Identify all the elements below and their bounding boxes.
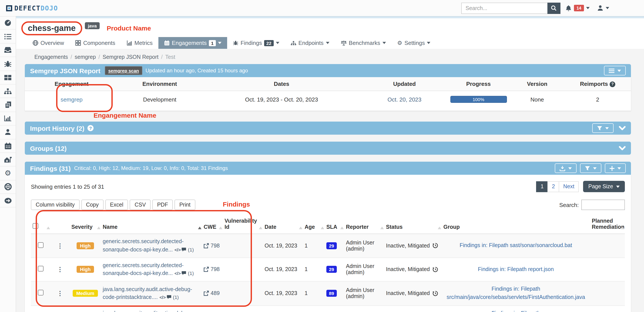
group-link[interactable]: Findings in: Filepath report.json: [478, 266, 554, 272]
sidebar-item-metrics[interactable]: [0, 112, 16, 125]
tab-label: Metrics: [134, 40, 153, 46]
notification-count-badge: 14: [574, 5, 584, 11]
notifications-menu[interactable]: 14: [565, 5, 590, 12]
cwe-link[interactable]: 798: [204, 243, 221, 249]
sidebar-item-users[interactable]: [0, 125, 16, 139]
sidebar-item-support[interactable]: [0, 180, 16, 194]
findings-summary: Critical: 0, High: 12, Medium: 19, Low: …: [74, 165, 228, 171]
row-menu-icon[interactable]: ⋮: [57, 266, 63, 273]
sidebar-item-inbox[interactable]: [0, 44, 16, 57]
findings-filter-button[interactable]: [580, 164, 601, 173]
finding-name-link[interactable]: java.lang.security.audit.active-debug-co…: [103, 310, 192, 312]
tab-overview[interactable]: Overview: [27, 37, 70, 49]
sidebar-item-reports[interactable]: [0, 98, 16, 112]
add-findings-button[interactable]: [605, 164, 626, 173]
sidebar-item-questionnaires[interactable]: [0, 153, 16, 167]
chevron-down-icon: [382, 42, 386, 44]
sidebar-item-dashboard[interactable]: [0, 16, 16, 30]
import-history-filter-button[interactable]: [592, 123, 614, 133]
date-cell: Oct. 19, 2023: [263, 257, 303, 281]
breadcrumb-engagements[interactable]: Engagements: [34, 54, 68, 60]
tab-metrics[interactable]: Metrics: [121, 37, 158, 49]
groups-section[interactable]: Groups (12): [25, 142, 631, 155]
user-menu[interactable]: [597, 5, 609, 11]
sort-icon[interactable]: [380, 227, 384, 229]
copy-button[interactable]: Copy: [81, 200, 103, 210]
global-search-input[interactable]: [461, 3, 548, 14]
sidebar-item-calendar[interactable]: [0, 139, 16, 153]
sidebar-item-configuration[interactable]: ⚙: [0, 167, 16, 180]
row-checkbox[interactable]: [38, 266, 44, 272]
row-menu-icon[interactable]: ⋮: [57, 290, 63, 297]
row-checkbox[interactable]: [38, 242, 44, 248]
history-icon[interactable]: [432, 291, 438, 296]
sidebar-item-endpoints[interactable]: [0, 85, 16, 98]
finding-name-link[interactable]: generic.secrets.security.detected-sonarq…: [103, 238, 184, 253]
updated-value[interactable]: Oct. 20, 2023: [388, 96, 422, 103]
help-icon[interactable]: ?: [88, 125, 94, 131]
collapse-chevron-icon[interactable]: [619, 146, 626, 150]
chevron-down-icon: [326, 42, 329, 44]
user-icon: [4, 129, 11, 136]
select-all-checkbox[interactable]: [33, 223, 38, 229]
finding-name-link[interactable]: generic.secrets.security.detected-sonarq…: [103, 262, 184, 276]
search-button[interactable]: [548, 3, 560, 14]
copy-icon: [4, 101, 12, 108]
tab-settings[interactable]: ⚙ Settings: [392, 37, 436, 49]
tab-components[interactable]: Components: [70, 37, 121, 49]
pdf-button[interactable]: PDF: [152, 200, 173, 210]
scan-type-badge[interactable]: semgrep scan: [105, 66, 142, 75]
download-button[interactable]: [555, 164, 576, 173]
engagement-link[interactable]: semgrep: [60, 96, 82, 103]
collapse-chevron-icon[interactable]: [619, 126, 626, 130]
help-icon[interactable]: ?: [610, 81, 615, 87]
column-visibility-button[interactable]: Column visibility: [31, 200, 80, 210]
sort-icon[interactable]: [438, 227, 441, 229]
import-history-section[interactable]: Import History (2) ?: [25, 122, 631, 135]
chevron-down-icon: [606, 7, 609, 9]
history-icon[interactable]: [432, 267, 438, 272]
group-link[interactable]: Findings in: Filepath src/main/java/core…: [447, 286, 585, 300]
sort-icon[interactable]: [621, 227, 624, 229]
sort-icon[interactable]: [259, 227, 262, 229]
breadcrumb-report[interactable]: Semgrep JSON Report: [98, 54, 158, 60]
tab-engagements[interactable]: Engagements 1: [158, 37, 227, 49]
defectdojo-logo[interactable]: DEFECTDOJO: [6, 4, 58, 12]
group-link[interactable]: Findings in: Filepath src/main/java/core…: [452, 310, 580, 312]
page-size-button[interactable]: Page Size: [583, 181, 625, 192]
sort-asc-icon[interactable]: [198, 227, 202, 229]
sidebar-item-components[interactable]: [0, 71, 16, 85]
group-link[interactable]: Findings in: Filepath sast/sonar/sonarcl…: [460, 242, 572, 248]
sidebar-item-findings[interactable]: [0, 57, 16, 71]
tab-endpoints[interactable]: Endpoints: [285, 37, 335, 49]
sort-icon[interactable]: [46, 227, 50, 229]
csv-button[interactable]: CSV: [130, 200, 150, 210]
sort-icon[interactable]: [321, 227, 324, 229]
sidebar-item-list[interactable]: [0, 30, 16, 44]
excel-button[interactable]: Excel: [105, 200, 128, 210]
next-page-button[interactable]: Next: [559, 181, 579, 192]
tab-count-badge: 22: [264, 40, 274, 46]
tab-findings[interactable]: Findings 22: [227, 37, 285, 49]
col-date: Date: [263, 215, 303, 234]
page-1-button[interactable]: 1: [536, 181, 548, 192]
breadcrumb-semgrep[interactable]: semgrep: [70, 54, 96, 60]
sort-icon[interactable]: [219, 227, 222, 229]
row-checkbox[interactable]: [38, 290, 44, 296]
print-button[interactable]: Print: [174, 200, 195, 210]
tab-benchmarks[interactable]: Benchmarks: [335, 37, 392, 49]
report-actions-button[interactable]: [604, 66, 626, 75]
findings-panel-header: Findings (31) Critical: 0, High: 12, Med…: [25, 162, 631, 175]
sidebar-item-logout[interactable]: [0, 194, 16, 208]
page-2-button[interactable]: 2: [548, 181, 559, 192]
breadcrumb-test: Test: [161, 54, 175, 60]
history-icon[interactable]: [432, 243, 438, 249]
sort-icon[interactable]: [340, 227, 344, 229]
table-search-input[interactable]: [581, 200, 625, 210]
cwe-link[interactable]: 489: [204, 290, 221, 296]
sort-icon[interactable]: [299, 227, 302, 229]
row-menu-icon[interactable]: ⋮: [57, 242, 63, 249]
cwe-link[interactable]: 798: [204, 266, 221, 273]
logo-text-dojo: DOJO: [40, 4, 58, 12]
sort-icon[interactable]: [97, 227, 100, 229]
